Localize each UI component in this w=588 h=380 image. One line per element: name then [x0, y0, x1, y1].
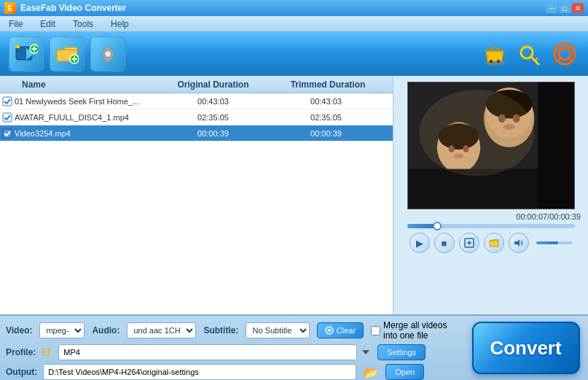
file-list-header: Name Original Duration Trimmed Duration: [0, 76, 393, 93]
file-name: AVATAR_FUULL_DISC4_1.mp4: [15, 113, 157, 122]
main-content: Name Original Duration Trimmed Duration …: [0, 76, 588, 314]
svg-marker-46: [514, 239, 520, 247]
file-trim-duration: 00:43:03: [270, 97, 383, 106]
merge-label: Merge all videos into one file: [383, 320, 458, 341]
row-checkbox[interactable]: [0, 96, 15, 106]
preview-controls: ▶ ■: [409, 233, 573, 253]
output-label: Output:: [6, 367, 37, 377]
preview-panel: 00:00:07/00:00:39 ▶ ■: [393, 76, 588, 314]
column-trim-header: Trimmed Duration: [270, 80, 386, 90]
volume-slider[interactable]: [536, 241, 573, 244]
format-row: Video: mpeg- Audio: und aac 1CH Subtitle…: [6, 320, 463, 341]
open-button[interactable]: Open: [385, 364, 424, 380]
file-row[interactable]: AVATAR_FUULL_DISC4_1.mp4 02:35:05 02:35:…: [0, 109, 393, 125]
file-orig-duration: 02:35:05: [157, 113, 270, 122]
close-button[interactable]: ✕: [572, 3, 584, 13]
svg-rect-2: [15, 45, 20, 48]
svg-marker-50: [362, 350, 369, 354]
menu-file[interactable]: File: [6, 18, 26, 31]
minimize-button[interactable]: ─: [546, 3, 557, 13]
audio-format-select[interactable]: und aac 1CH: [127, 322, 196, 338]
audio-format-label: Audio:: [92, 325, 119, 336]
svg-point-11: [106, 52, 110, 56]
profile-dropdown-icon: [360, 346, 372, 358]
toolbar: [0, 32, 588, 76]
preview-video: [407, 82, 575, 209]
file-orig-duration: 00:00:39: [157, 129, 270, 138]
video-format-label: Video:: [6, 325, 32, 336]
profile-icon: 🎞: [42, 347, 50, 357]
menubar: File Edit Tools Help: [0, 16, 588, 32]
svg-point-42: [419, 90, 534, 177]
folder-button[interactable]: [484, 233, 504, 253]
app-icon: E: [4, 2, 16, 14]
key-button[interactable]: [515, 39, 544, 69]
titlebar: E EaseFab Video Converter ─ □ ✕: [0, 0, 588, 16]
file-list: 01 Newlyweds Seek First Home_... 00:43:0…: [0, 93, 393, 314]
settings-button[interactable]: Settings: [377, 344, 426, 360]
add-folder-button[interactable]: [50, 36, 85, 71]
row-checkbox[interactable]: [0, 112, 15, 123]
merge-checkbox-row: Merge all videos into one file: [371, 320, 458, 341]
profile-row: Profile: 🎞 Settings: [6, 344, 463, 360]
menu-edit[interactable]: Edit: [37, 18, 58, 31]
toolbar-right: [480, 39, 579, 69]
output-input[interactable]: [43, 364, 356, 380]
volume-button[interactable]: [509, 233, 529, 253]
svg-point-14: [497, 60, 500, 63]
row-checkbox[interactable]: [0, 128, 15, 139]
shop-button[interactable]: [480, 39, 509, 69]
file-name: Video3254.mp4: [15, 129, 157, 138]
file-orig-duration: 00:43:03: [157, 97, 270, 106]
file-trim-duration: 00:00:39: [270, 129, 383, 138]
help-button[interactable]: [550, 39, 579, 69]
preview-content: [408, 82, 574, 209]
subtitle-format-select[interactable]: No Subtitle: [246, 322, 309, 338]
clear-button[interactable]: Clear: [317, 322, 364, 338]
edit-button[interactable]: [459, 233, 479, 253]
add-video-button[interactable]: [9, 36, 44, 71]
preview-time: 00:00:07/00:00:39: [516, 212, 582, 221]
bottom-left: Video: mpeg- Audio: und aac 1CH Subtitle…: [0, 316, 469, 380]
column-name-header: Name: [0, 80, 157, 90]
play-button[interactable]: ▶: [409, 233, 430, 253]
svg-rect-25: [3, 113, 12, 122]
preview-seek-thumb[interactable]: [433, 222, 442, 230]
column-orig-header: Original Duration: [157, 80, 270, 90]
video-format-select[interactable]: mpeg-: [39, 322, 85, 338]
output-row: Output: 📂 Open: [6, 364, 463, 380]
titlebar-left: E EaseFab Video Converter: [4, 2, 126, 14]
file-row[interactable]: Video3254.mp4 00:00:39 00:00:39: [0, 125, 393, 141]
toolbar-left: [9, 36, 125, 71]
svg-rect-24: [3, 97, 12, 106]
stop-button[interactable]: ■: [434, 233, 455, 253]
merge-checkbox[interactable]: [371, 326, 380, 336]
svg-rect-26: [3, 129, 12, 138]
convert-area: Convert: [469, 315, 582, 380]
convert-button[interactable]: Convert: [472, 322, 580, 374]
file-row[interactable]: 01 Newlyweds Seek First Home_... 00:43:0…: [0, 93, 393, 109]
folder-icon: 📂: [364, 365, 378, 379]
svg-point-13: [490, 60, 493, 63]
bottom-wrapper: Video: mpeg- Audio: und aac 1CH Subtitle…: [0, 314, 588, 380]
profile-label: Profile:: [6, 347, 36, 357]
file-trim-duration: 02:35:05: [270, 113, 383, 122]
file-name: 01 Newlyweds Seek First Home_...: [15, 97, 157, 106]
preview-seekbar[interactable]: [407, 224, 575, 228]
file-list-container: Name Original Duration Trimmed Duration …: [0, 76, 393, 314]
maximize-button[interactable]: □: [559, 3, 571, 13]
menu-help[interactable]: Help: [108, 18, 132, 31]
menu-tools[interactable]: Tools: [70, 18, 96, 31]
profile-input[interactable]: [58, 344, 357, 360]
window-controls: ─ □ ✕: [546, 3, 584, 13]
svg-line-17: [535, 58, 537, 61]
settings-gear-button[interactable]: [90, 36, 125, 71]
clear-label: Clear: [337, 326, 356, 335]
subtitle-format-label: Subtitle:: [203, 325, 238, 336]
svg-rect-41: [538, 82, 573, 209]
app-title: EaseFab Video Converter: [20, 3, 126, 13]
